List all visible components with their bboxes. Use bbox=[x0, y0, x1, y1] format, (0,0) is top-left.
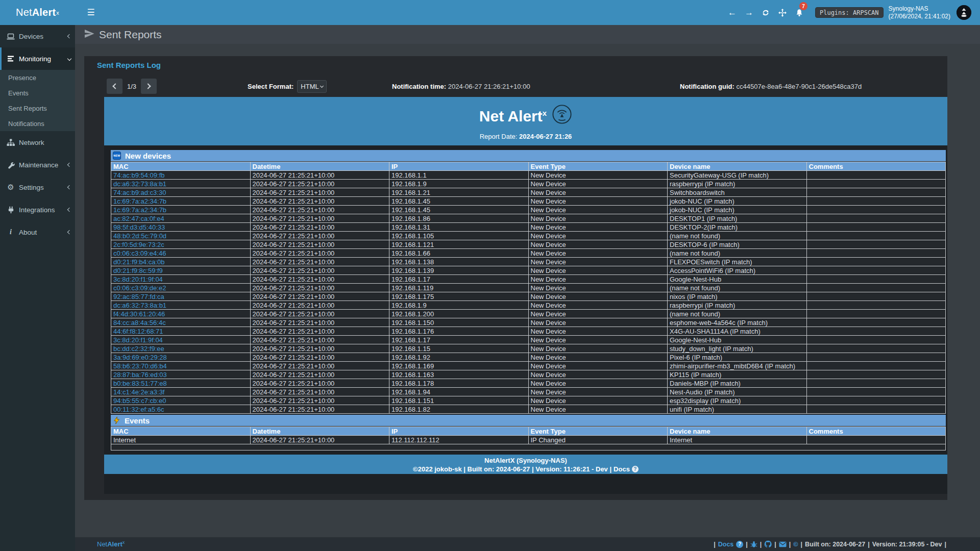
main-content: Sent Reports Sent Reports Log 1/3 Select… bbox=[75, 25, 980, 537]
mac-link[interactable]: 00:11:32:ef:a5:6c bbox=[113, 406, 164, 413]
mac-link[interactable]: 74:ac:b9:54:09:fb bbox=[113, 171, 164, 179]
license-link[interactable]: © bbox=[793, 541, 798, 548]
cell: 192.168.1.86 bbox=[389, 214, 529, 223]
mac-link[interactable]: 3c:8d:20:f1:9f:04 bbox=[113, 276, 163, 283]
footer-brand[interactable]: NetAlertx bbox=[97, 540, 125, 548]
cell: 2024-06-27 21:25:21+10:00 bbox=[250, 240, 389, 249]
forward-arrow-icon[interactable]: → bbox=[741, 0, 757, 25]
cell: New Device bbox=[528, 388, 668, 396]
sidebar-item-maintenance[interactable]: Maintenance bbox=[0, 154, 75, 176]
new-devices-table: MAC Datetime IP Event Type Device name C… bbox=[111, 162, 946, 414]
mac-link[interactable]: ac:82:47:ca:0f:e4 bbox=[113, 215, 164, 222]
separator: | bbox=[746, 541, 748, 548]
page-title: Sent Reports bbox=[99, 29, 162, 41]
app-logo[interactable]: NetAlertx bbox=[0, 0, 75, 25]
mac-link[interactable]: bc:dd:c2:32:f9:ee bbox=[113, 345, 164, 353]
sidebar-item-monitoring[interactable]: Monitoring bbox=[0, 47, 75, 70]
mac-cell: f4:4d:30:61:20:46 bbox=[111, 310, 251, 318]
mac-link[interactable]: 44:6f:f8:12:68:71 bbox=[113, 328, 163, 335]
sent-reports-log-link[interactable]: Sent Reports Log bbox=[97, 61, 161, 69]
host-info: Synology-NAS (27/06/2024, 21:41:02) bbox=[889, 5, 950, 20]
mail-icon[interactable] bbox=[779, 541, 787, 547]
question-circle-icon[interactable]: ? bbox=[632, 466, 639, 472]
cell: 192.168.1.82 bbox=[389, 405, 529, 414]
back-arrow-icon[interactable]: ← bbox=[724, 0, 741, 25]
cell: New Device bbox=[528, 266, 668, 275]
table-row: 84:cc:a8:4a:56:4c2024-06-27 21:25:21+10:… bbox=[111, 318, 946, 327]
github-icon[interactable] bbox=[764, 540, 772, 548]
mac-link[interactable]: b0:be:83:51:77:e8 bbox=[113, 380, 167, 387]
sidebar-item-about[interactable]: i About bbox=[0, 221, 75, 243]
table-row: 00:11:32:ef:a5:6c2024-06-27 21:25:21+10:… bbox=[111, 405, 946, 414]
report-title-sup: x bbox=[543, 109, 547, 117]
cell: 192.168.1.9 bbox=[389, 180, 529, 188]
mac-cell: 74:ac:b9:54:09:fb bbox=[111, 171, 251, 180]
cell: 2024-06-27 21:25:21+10:00 bbox=[250, 436, 389, 444]
mac-link[interactable]: 84:cc:a8:4a:56:4c bbox=[113, 319, 166, 327]
col-device-name: Device name bbox=[668, 162, 807, 171]
cell: 2024-06-27 21:25:21+10:00 bbox=[250, 370, 389, 379]
sidebar-item-notifications[interactable]: Notifications bbox=[0, 116, 75, 131]
mac-link[interactable]: dc:a6:32:73:8a:b1 bbox=[113, 180, 166, 188]
prev-page-button[interactable] bbox=[107, 79, 122, 94]
mac-link[interactable]: c0:06:c3:09:de:e2 bbox=[113, 284, 166, 292]
mac-link[interactable]: 94:b5:55:c7:cb:e0 bbox=[113, 397, 166, 405]
mac-link[interactable]: 48:b0:2d:5c:79:0d bbox=[113, 232, 166, 240]
mac-link[interactable]: 98:5f:d3:d5:40:33 bbox=[113, 223, 165, 231]
mac-link[interactable]: 14:c1:4e:2e:a3:3f bbox=[113, 388, 164, 396]
cell: New Device bbox=[528, 301, 668, 310]
sidebar-item-presence[interactable]: Presence bbox=[0, 70, 75, 85]
mac-link[interactable]: dc:a6:32:73:8a:b1 bbox=[113, 302, 166, 309]
col-mac: MAC bbox=[111, 427, 251, 436]
sidebar-toggle-icon[interactable]: ☰ bbox=[82, 0, 100, 25]
mac-cell: 1c:69:7a:a2:34:7b bbox=[111, 206, 251, 214]
notifications-bell-icon[interactable]: 7 bbox=[791, 0, 808, 25]
footer-docs-link[interactable]: Docs bbox=[718, 541, 734, 548]
sidebar-item-sent-reports[interactable]: Sent Reports bbox=[0, 101, 75, 116]
bug-report-icon[interactable] bbox=[750, 541, 757, 548]
mac-link[interactable]: 1c:69:7a:a2:34:7b bbox=[113, 206, 166, 214]
separator: | bbox=[801, 541, 803, 548]
mac-link[interactable]: d0:21:f9:b4:ca:0b bbox=[113, 258, 164, 266]
mac-link[interactable]: 2c:f0:5d:9e:73:2c bbox=[113, 241, 164, 248]
report-docs-link[interactable]: Docs bbox=[614, 465, 630, 473]
mac-link[interactable]: 74:ac:b9:ad:c3:30 bbox=[113, 189, 166, 196]
cell: (name not found) bbox=[668, 249, 807, 258]
sidebar-item-events[interactable]: Events bbox=[0, 85, 75, 101]
cell: 2024-06-27 21:25:21+10:00 bbox=[250, 388, 389, 396]
move-icon[interactable] bbox=[774, 0, 791, 25]
mac-link[interactable]: 1c:69:7a:a2:34:7b bbox=[113, 197, 166, 205]
refresh-icon[interactable] bbox=[757, 0, 774, 25]
mac-link[interactable]: 3c:8d:20:f1:9f:04 bbox=[113, 336, 163, 344]
cell: 2024-06-27 21:25:21+10:00 bbox=[250, 301, 389, 310]
mac-link[interactable]: 92:ac:85:77:fd:ca bbox=[113, 293, 164, 300]
mac-link[interactable]: 28:87:ba:76:ed:03 bbox=[113, 371, 167, 379]
next-page-button[interactable] bbox=[141, 79, 157, 94]
new-devices-section: NEW New devices MAC Datetime IP Event Ty… bbox=[111, 150, 946, 414]
table-row: ac:82:47:ca:0f:e42024-06-27 21:25:21+10:… bbox=[111, 214, 946, 223]
sidebar-item-label: Settings bbox=[19, 184, 68, 191]
host-name: Synology-NAS bbox=[889, 5, 950, 13]
user-avatar[interactable] bbox=[957, 5, 971, 20]
mac-link[interactable]: c0:06:c3:09:e4:46 bbox=[113, 249, 166, 257]
table-row: d0:21:f9:b4:ca:0b2024-06-27 21:25:21+10:… bbox=[111, 258, 946, 266]
sidebar-item-integrations[interactable]: Integrations bbox=[0, 198, 75, 221]
sidebar-item-devices[interactable]: Devices bbox=[0, 25, 75, 47]
plug-icon bbox=[6, 206, 15, 214]
mac-link[interactable]: d0:21:f9:8c:59:f9 bbox=[113, 267, 163, 274]
plugins-status-badge[interactable]: Plugins: ARPSCAN bbox=[815, 7, 884, 18]
cell bbox=[806, 188, 946, 197]
format-select[interactable]: HTML bbox=[297, 80, 327, 93]
sidebar-item-network[interactable]: Network bbox=[0, 131, 75, 154]
chevron-left-icon bbox=[67, 185, 71, 189]
sidebar-item-settings[interactable]: ⚙ Settings bbox=[0, 176, 75, 198]
mac-link[interactable]: 3a:9d:69:e0:29:28 bbox=[113, 354, 167, 361]
cell: New Device bbox=[528, 336, 668, 344]
cell: 192.168.1.15 bbox=[389, 344, 529, 353]
cell: Daniels-MBP (IP match) bbox=[668, 379, 807, 388]
mac-link[interactable]: 58:b6:23:70:d6:b4 bbox=[113, 362, 167, 370]
mac-link[interactable]: f4:4d:30:61:20:46 bbox=[113, 310, 165, 318]
report-footer-version: ©2022 jokob-sk | Built on: 2024-06-27 | … bbox=[413, 465, 611, 473]
question-circle-icon[interactable]: ? bbox=[736, 541, 743, 548]
cell: 192.168.1.94 bbox=[389, 388, 529, 396]
